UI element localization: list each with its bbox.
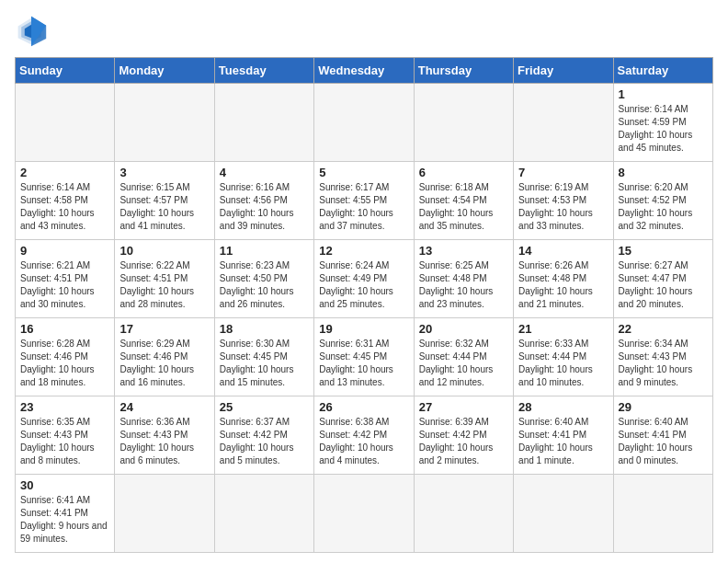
calendar-cell: 7Sunrise: 6:19 AM Sunset: 4:53 PM Daylig… [514,162,613,240]
day-number: 11 [220,244,309,258]
logo-icon [15,15,48,48]
calendar-cell: 2Sunrise: 6:14 AM Sunset: 4:58 PM Daylig… [16,162,115,240]
day-info: Sunrise: 6:39 AM Sunset: 4:42 PM Dayligh… [419,416,508,467]
day-number: 9 [20,244,109,258]
day-info: Sunrise: 6:29 AM Sunset: 4:46 PM Dayligh… [119,338,209,389]
day-number: 22 [619,322,708,336]
dow-header: Monday [115,58,214,84]
calendar-cell: 24Sunrise: 6:36 AM Sunset: 4:43 PM Dayli… [115,396,214,475]
day-number: 19 [319,322,408,336]
calendar-cell: 14Sunrise: 6:26 AM Sunset: 4:48 PM Dayli… [514,240,613,318]
day-info: Sunrise: 6:26 AM Sunset: 4:48 PM Dayligh… [518,259,608,311]
day-number: 8 [619,166,708,179]
calendar-cell: 16Sunrise: 6:28 AM Sunset: 4:46 PM Dayli… [16,318,115,396]
calendar-cell: 26Sunrise: 6:38 AM Sunset: 4:42 PM Dayli… [314,396,414,475]
dow-header: Saturday [613,58,712,84]
calendar-cell: 13Sunrise: 6:25 AM Sunset: 4:48 PM Dayli… [414,240,513,318]
calendar-cell: 3Sunrise: 6:15 AM Sunset: 4:57 PM Daylig… [115,162,214,240]
calendar-cell: 19Sunrise: 6:31 AM Sunset: 4:45 PM Dayli… [314,318,414,396]
day-number: 13 [419,244,508,258]
calendar-cell: 21Sunrise: 6:33 AM Sunset: 4:44 PM Dayli… [514,318,613,396]
calendar-cell [514,475,613,553]
day-info: Sunrise: 6:17 AM Sunset: 4:55 PM Dayligh… [319,181,408,233]
day-info: Sunrise: 6:35 AM Sunset: 4:43 PM Dayligh… [20,416,109,467]
day-number: 12 [319,244,408,258]
calendar-cell [314,475,414,553]
day-number: 23 [20,400,109,414]
day-number: 4 [220,166,309,179]
day-number: 6 [419,166,508,179]
calendar-cell: 1Sunrise: 6:14 AM Sunset: 4:59 PM Daylig… [613,84,712,162]
day-number: 30 [20,478,109,492]
calendar-body: 1Sunrise: 6:14 AM Sunset: 4:59 PM Daylig… [16,84,713,553]
week-row: 2Sunrise: 6:14 AM Sunset: 4:58 PM Daylig… [16,162,713,240]
day-info: Sunrise: 6:31 AM Sunset: 4:45 PM Dayligh… [319,338,408,389]
calendar-cell: 4Sunrise: 6:16 AM Sunset: 4:56 PM Daylig… [214,162,313,240]
calendar-cell: 30Sunrise: 6:41 AM Sunset: 4:41 PM Dayli… [16,475,115,553]
day-number: 29 [619,400,708,414]
calendar-cell [214,475,313,553]
day-number: 10 [119,244,209,258]
calendar-cell: 18Sunrise: 6:30 AM Sunset: 4:45 PM Dayli… [214,318,313,396]
calendar-cell: 10Sunrise: 6:22 AM Sunset: 4:51 PM Dayli… [115,240,214,318]
logo [15,15,53,48]
calendar-cell: 12Sunrise: 6:24 AM Sunset: 4:49 PM Dayli… [314,240,414,318]
day-number: 26 [319,400,408,414]
calendar-cell [414,475,513,553]
day-info: Sunrise: 6:30 AM Sunset: 4:45 PM Dayligh… [220,338,309,389]
calendar-cell [613,475,712,553]
calendar-cell: 6Sunrise: 6:18 AM Sunset: 4:54 PM Daylig… [414,162,513,240]
day-number: 21 [518,322,608,336]
day-number: 25 [220,400,309,414]
calendar: SundayMondayTuesdayWednesdayThursdayFrid… [15,57,713,553]
day-info: Sunrise: 6:38 AM Sunset: 4:42 PM Dayligh… [319,416,408,467]
week-row: 30Sunrise: 6:41 AM Sunset: 4:41 PM Dayli… [16,475,713,553]
day-info: Sunrise: 6:22 AM Sunset: 4:51 PM Dayligh… [119,259,209,311]
day-info: Sunrise: 6:15 AM Sunset: 4:57 PM Dayligh… [119,181,209,233]
calendar-cell: 11Sunrise: 6:23 AM Sunset: 4:50 PM Dayli… [214,240,313,318]
calendar-cell: 22Sunrise: 6:34 AM Sunset: 4:43 PM Dayli… [613,318,712,396]
day-info: Sunrise: 6:21 AM Sunset: 4:51 PM Dayligh… [20,259,109,311]
day-info: Sunrise: 6:25 AM Sunset: 4:48 PM Dayligh… [419,259,508,311]
day-info: Sunrise: 6:34 AM Sunset: 4:43 PM Dayligh… [619,338,708,389]
day-info: Sunrise: 6:18 AM Sunset: 4:54 PM Dayligh… [419,181,508,233]
calendar-cell [214,84,313,162]
calendar-cell: 15Sunrise: 6:27 AM Sunset: 4:47 PM Dayli… [613,240,712,318]
dow-header: Sunday [16,58,115,84]
day-number: 7 [518,166,608,179]
day-number: 2 [20,166,109,179]
day-number: 5 [319,166,408,179]
day-number: 3 [119,166,209,179]
day-number: 1 [619,87,708,101]
calendar-cell [514,84,613,162]
day-info: Sunrise: 6:37 AM Sunset: 4:42 PM Dayligh… [220,416,309,467]
day-number: 14 [518,244,608,258]
week-row: 23Sunrise: 6:35 AM Sunset: 4:43 PM Dayli… [16,396,713,475]
day-number: 16 [20,322,109,336]
day-number: 28 [518,400,608,414]
day-info: Sunrise: 6:14 AM Sunset: 4:59 PM Dayligh… [619,103,708,155]
day-info: Sunrise: 6:14 AM Sunset: 4:58 PM Dayligh… [20,181,109,233]
calendar-cell [115,475,214,553]
day-info: Sunrise: 6:32 AM Sunset: 4:44 PM Dayligh… [419,338,508,389]
calendar-cell: 8Sunrise: 6:20 AM Sunset: 4:52 PM Daylig… [613,162,712,240]
day-info: Sunrise: 6:41 AM Sunset: 4:41 PM Dayligh… [20,494,109,546]
day-number: 18 [220,322,309,336]
week-row: 16Sunrise: 6:28 AM Sunset: 4:46 PM Dayli… [16,318,713,396]
calendar-cell [115,84,214,162]
day-info: Sunrise: 6:27 AM Sunset: 4:47 PM Dayligh… [619,259,708,311]
day-info: Sunrise: 6:24 AM Sunset: 4:49 PM Dayligh… [319,259,408,311]
day-info: Sunrise: 6:40 AM Sunset: 4:41 PM Dayligh… [619,416,708,467]
calendar-cell: 27Sunrise: 6:39 AM Sunset: 4:42 PM Dayli… [414,396,513,475]
dow-header: Friday [514,58,613,84]
calendar-cell: 25Sunrise: 6:37 AM Sunset: 4:42 PM Dayli… [214,396,313,475]
day-info: Sunrise: 6:23 AM Sunset: 4:50 PM Dayligh… [220,259,309,311]
dow-header: Thursday [414,58,513,84]
calendar-cell: 20Sunrise: 6:32 AM Sunset: 4:44 PM Dayli… [414,318,513,396]
calendar-cell [414,84,513,162]
dow-header: Tuesday [214,58,313,84]
day-info: Sunrise: 6:28 AM Sunset: 4:46 PM Dayligh… [20,338,109,389]
calendar-cell: 9Sunrise: 6:21 AM Sunset: 4:51 PM Daylig… [16,240,115,318]
day-info: Sunrise: 6:33 AM Sunset: 4:44 PM Dayligh… [518,338,608,389]
day-info: Sunrise: 6:20 AM Sunset: 4:52 PM Dayligh… [619,181,708,233]
